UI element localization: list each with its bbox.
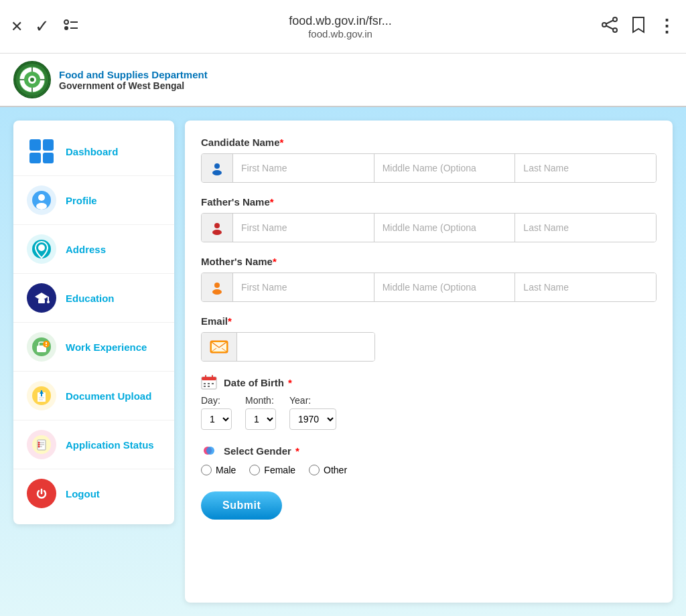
email-group: Email* <box>201 315 657 362</box>
mother-name-group: Mother's Name* <box>201 256 657 302</box>
close-icon[interactable]: ✕ <box>11 18 23 35</box>
dob-day-label: Day: <box>201 395 232 406</box>
svg-point-13 <box>30 78 34 82</box>
father-person-icon <box>202 214 233 242</box>
candidate-name-group: Candidate Name* <box>201 137 657 183</box>
svg-point-52 <box>214 283 220 288</box>
svg-point-20 <box>36 203 47 210</box>
candidate-middle-name[interactable] <box>374 154 516 182</box>
gender-male-radio[interactable] <box>201 465 212 475</box>
sidebar-item-address[interactable]: Address <box>13 225 174 274</box>
required-marker-email: * <box>228 315 232 327</box>
email-row <box>201 332 375 362</box>
main-layout: Dashboard Profile Address <box>0 107 686 616</box>
svg-point-48 <box>214 163 220 169</box>
svg-point-0 <box>64 20 68 24</box>
sidebar-label-application-status: Application Status <box>66 439 154 451</box>
sidebar-item-dashboard[interactable]: Dashboard <box>13 127 174 176</box>
sidebar-label-document-upload: Document Upload <box>66 390 151 402</box>
application-status-icon <box>27 430 56 459</box>
candidate-first-name[interactable] <box>233 154 374 182</box>
sidebar-item-logout[interactable]: Logout <box>13 469 174 518</box>
gender-group: Select Gender* Male Female Other <box>201 443 657 475</box>
dob-month-select[interactable]: 1 <box>245 408 276 430</box>
sidebar-label-work-experience: Work Experience <box>66 341 147 353</box>
dob-day-select[interactable]: 1 <box>201 408 232 430</box>
browser-actions: ⋮ <box>602 16 675 37</box>
svg-point-51 <box>212 230 222 235</box>
sidebar-label-dashboard: Dashboard <box>66 146 118 157</box>
profile-icon <box>27 185 56 215</box>
mother-middle-name[interactable] <box>374 273 516 301</box>
mother-first-name[interactable] <box>233 273 374 301</box>
required-marker-mother: * <box>273 256 277 267</box>
svg-point-19 <box>38 194 45 201</box>
dob-month-field: Month: 1 <box>245 395 276 430</box>
father-last-name[interactable] <box>515 214 656 242</box>
document-upload-icon <box>27 381 56 410</box>
mother-name-row <box>201 273 657 302</box>
gender-other-option[interactable]: Other <box>309 465 347 475</box>
svg-point-22 <box>38 244 45 251</box>
candidate-last-name[interactable] <box>515 154 656 182</box>
dob-fields: Day: 1 Month: 1 Year: 1970 <box>201 395 657 430</box>
svg-point-45 <box>38 444 40 446</box>
address-icon <box>27 234 56 264</box>
email-icon <box>202 333 237 361</box>
chevron-down-icon[interactable]: ✓ <box>35 16 50 37</box>
gender-female-option[interactable]: Female <box>249 465 295 475</box>
email-label: Email* <box>201 315 657 327</box>
sidebar-item-profile[interactable]: Profile <box>13 176 174 225</box>
sidebar-item-application-status[interactable]: Application Status <box>13 420 174 469</box>
svg-point-27 <box>47 301 50 303</box>
url-area: food.wb.gov.in/fsr... food.wb.gov.in <box>90 14 591 40</box>
svg-point-2 <box>64 26 68 30</box>
browser-controls: ✕ ✓ <box>11 16 79 37</box>
father-first-name[interactable] <box>233 214 374 242</box>
email-input[interactable] <box>237 333 374 361</box>
dob-label: Date of Birth* <box>201 375 657 390</box>
gender-other-radio[interactable] <box>309 465 320 475</box>
sidebar-item-document-upload[interactable]: Document Upload <box>13 372 174 420</box>
dashboard-icon <box>27 137 56 166</box>
candidate-name-label: Candidate Name* <box>201 137 657 148</box>
content-area: Candidate Name* Father's Name* <box>185 121 673 603</box>
education-icon <box>27 283 56 313</box>
dob-year-field: Year: 1970 <box>289 395 336 430</box>
gender-female-label: Female <box>264 465 295 475</box>
svg-point-4 <box>613 17 617 21</box>
gender-other-label: Other <box>324 465 347 475</box>
mother-last-name[interactable] <box>515 273 656 301</box>
sidebar-item-work-experience[interactable]: Work Experience <box>13 323 174 372</box>
father-middle-name[interactable] <box>374 214 516 242</box>
sidebar-label-profile: Profile <box>66 195 97 206</box>
sidebar-label-address: Address <box>66 244 106 255</box>
mother-person-icon <box>202 273 233 301</box>
svg-point-5 <box>613 28 617 32</box>
gender-male-option[interactable]: Male <box>201 465 236 475</box>
logout-icon <box>27 479 56 508</box>
father-name-row <box>201 213 657 242</box>
sidebar-label-logout: Logout <box>66 488 100 499</box>
gender-label: Select Gender* <box>201 443 657 458</box>
dob-day-field: Day: 1 <box>201 395 232 430</box>
sidebar-item-education[interactable]: Education <box>13 274 174 323</box>
dob-group: Date of Birth* Day: 1 Month: 1 Year: <box>201 375 657 430</box>
sidebar-label-education: Education <box>66 293 115 304</box>
bookmark-icon[interactable] <box>631 16 646 37</box>
site-title-area: Food and Supplies Department Government … <box>59 69 208 91</box>
url-sub: food.wb.gov.in <box>90 28 591 40</box>
svg-rect-25 <box>38 299 45 303</box>
share-icon[interactable] <box>602 17 619 37</box>
dob-year-select[interactable]: 1970 <box>289 408 336 430</box>
mother-name-label: Mother's Name* <box>201 256 657 267</box>
more-options-icon[interactable]: ⋮ <box>658 16 675 37</box>
required-marker-father: * <box>270 196 274 208</box>
svg-point-46 <box>38 446 40 448</box>
candidate-name-row <box>201 153 657 183</box>
sidebar: Dashboard Profile Address <box>13 121 174 524</box>
tabs-icon[interactable] <box>62 17 79 36</box>
svg-point-6 <box>602 23 606 27</box>
gender-female-radio[interactable] <box>249 465 260 475</box>
submit-button[interactable]: Submit <box>201 491 282 520</box>
